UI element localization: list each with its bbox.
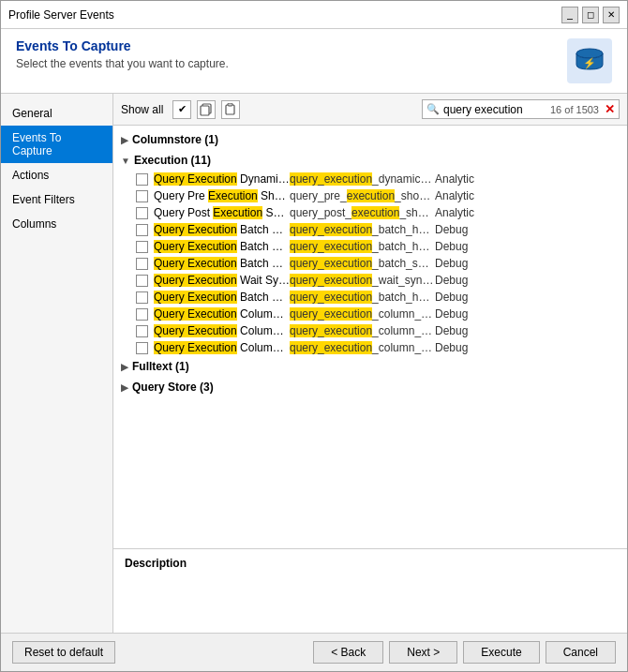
event-checkbox-3[interactable] xyxy=(136,207,148,219)
copy-button[interactable] xyxy=(197,100,216,119)
event-checkbox-2[interactable] xyxy=(136,190,148,202)
event-channel-3: Analytic xyxy=(435,206,491,219)
event-name-4: Query Execution Batch Hash C... xyxy=(154,223,290,236)
event-name-8: Query Execution Batch Hash J... xyxy=(154,291,290,304)
event-name-3: Query Post Execution Showp... xyxy=(154,206,290,219)
event-checkbox-5[interactable] xyxy=(136,241,148,253)
event-checkbox-8[interactable] xyxy=(136,291,148,304)
toolbar: Show all ✔ 🔍 16 of xyxy=(113,94,627,126)
event-name-7: Query Execution Wait Syncpoint xyxy=(154,274,290,287)
chevron-right-icon-fulltext: ▶ xyxy=(121,362,128,372)
chevron-down-icon: ▼ xyxy=(121,156,130,166)
event-channel-1: Analytic xyxy=(435,172,491,186)
group-header-execution[interactable]: ▼ Execution (11) xyxy=(113,150,627,171)
event-checkbox-10[interactable] xyxy=(136,325,148,337)
table-row: Query Pre Execution Showplan query_pre_e… xyxy=(113,187,627,204)
back-button[interactable]: < Back xyxy=(313,641,383,664)
database-svg: ⚡ xyxy=(573,44,606,78)
svg-rect-5 xyxy=(228,103,232,106)
list-spacer xyxy=(113,397,627,435)
paste-button[interactable] xyxy=(221,100,240,119)
header-title: Events To Capture xyxy=(16,38,229,53)
minimize-button[interactable]: ⎯ xyxy=(561,7,578,23)
header-section: Events To Capture Select the events that… xyxy=(1,29,627,94)
event-channel-5: Debug xyxy=(435,240,491,253)
group-header-columnstore[interactable]: ▶ Columnstore (1) xyxy=(113,129,627,150)
event-channel-6: Debug xyxy=(435,257,491,270)
event-channel-7: Debug xyxy=(435,274,491,287)
event-id-9: query_execution_column_stor... xyxy=(290,307,435,321)
event-id-4: query_execution_batch_hash... xyxy=(290,223,435,236)
search-input[interactable] xyxy=(443,103,546,116)
sidebar-item-general[interactable]: General xyxy=(1,101,112,126)
event-channel-9: Debug xyxy=(435,307,491,321)
table-row: Query Execution Batch Hash A... query_ex… xyxy=(113,238,627,255)
search-count: 16 of 1503 xyxy=(550,104,599,115)
title-bar: Profile Server Events ⎯ ◻ ✕ xyxy=(1,1,627,29)
events-list[interactable]: ▶ Columnstore (1) ▼ Execution (11) Query… xyxy=(113,126,627,548)
group-header-querystore[interactable]: ▶ Query Store (3) xyxy=(113,377,627,397)
title-bar-controls: ⎯ ◻ ✕ xyxy=(561,7,620,23)
execute-button[interactable]: Execute xyxy=(463,641,539,664)
sidebar-item-columns[interactable]: Columns xyxy=(1,212,112,236)
event-channel-4: Debug xyxy=(435,223,491,236)
close-button[interactable]: ✕ xyxy=(603,7,620,23)
restore-button[interactable]: ◻ xyxy=(582,7,599,23)
event-id-1: query_execution_dynamic_pu... xyxy=(290,172,435,186)
table-row: Query Execution Dynamic Pus... query_exe… xyxy=(113,171,627,187)
event-checkbox-6[interactable] xyxy=(136,258,148,270)
event-checkbox-11[interactable] xyxy=(136,342,148,354)
header-subtitle: Select the events that you want to captu… xyxy=(16,57,229,70)
group-header-fulltext[interactable]: ▶ Fulltext (1) xyxy=(113,356,627,377)
event-channel-2: Analytic xyxy=(435,189,491,202)
cancel-button[interactable]: Cancel xyxy=(546,641,616,664)
event-checkbox-7[interactable] xyxy=(136,275,148,287)
search-clear-button[interactable]: ✕ xyxy=(605,102,615,116)
event-name-5: Query Execution Batch Hash A... xyxy=(154,240,290,253)
event-id-10: query_execution_column_stor... xyxy=(290,324,435,337)
event-id-5: query_execution_batch_hash... xyxy=(290,240,435,253)
sidebar-item-actions[interactable]: Actions xyxy=(1,163,112,187)
table-row: Query Execution Wait Syncpoint query_exe… xyxy=(113,272,627,289)
event-checkbox-9[interactable] xyxy=(136,308,148,321)
event-id-7: query_execution_wait_syncp... xyxy=(290,274,435,287)
svg-text:⚡: ⚡ xyxy=(583,56,596,69)
sidebar: General Events To Capture Actions Event … xyxy=(1,94,113,633)
show-all-label: Show all xyxy=(121,103,163,116)
next-button[interactable]: Next > xyxy=(389,641,457,664)
bottom-buttons: Reset to default < Back Next > Execute C… xyxy=(1,633,627,671)
reset-button[interactable]: Reset to default xyxy=(12,641,115,664)
sidebar-item-events-to-capture[interactable]: Events To Capture xyxy=(1,126,112,163)
event-id-3: query_post_execution_showp... xyxy=(290,206,435,219)
event-name-2: Query Pre Execution Showplan xyxy=(154,189,290,202)
event-id-6: query_execution_batch_spill_... xyxy=(290,257,435,270)
chevron-right-icon-querystore: ▶ xyxy=(121,382,128,393)
group-label-fulltext: Fulltext (1) xyxy=(132,360,189,373)
search-icon: 🔍 xyxy=(426,103,440,115)
event-checkbox-4[interactable] xyxy=(136,224,148,236)
group-label-execution: Execution (11) xyxy=(134,154,211,167)
description-panel: Description xyxy=(113,548,627,633)
header-text: Events To Capture Select the events that… xyxy=(16,38,229,70)
event-name-9: Query Execution Column Store... xyxy=(154,307,290,321)
check-all-button[interactable]: ✔ xyxy=(172,100,191,119)
event-name-11: Query Execution Column Store... xyxy=(154,341,290,354)
event-id-8: query_execution_batch_hash... xyxy=(290,291,435,304)
event-name-10: Query Execution Column Store... xyxy=(154,324,290,337)
copy-icon xyxy=(200,103,213,116)
chevron-right-icon: ▶ xyxy=(121,135,128,145)
table-row: Query Execution Batch Hash J... query_ex… xyxy=(113,289,627,306)
table-row: Query Execution Column Store... query_ex… xyxy=(113,339,627,356)
table-row: Query Execution Batch Spill St... query_… xyxy=(113,255,627,272)
sidebar-item-event-filters[interactable]: Event Filters xyxy=(1,187,112,212)
right-panel: Show all ✔ 🔍 16 of xyxy=(113,94,627,633)
event-name-6: Query Execution Batch Spill St... xyxy=(154,257,290,270)
window-title: Profile Server Events xyxy=(8,8,114,22)
table-row: Query Post Execution Showp... query_post… xyxy=(113,204,627,221)
table-row: Query Execution Batch Hash C... query_ex… xyxy=(113,221,627,238)
group-label-columnstore: Columnstore (1) xyxy=(132,133,218,146)
group-label-querystore: Query Store (3) xyxy=(132,381,214,394)
event-checkbox-1[interactable] xyxy=(136,173,148,186)
event-channel-11: Debug xyxy=(435,341,491,354)
event-id-2: query_pre_execution_showplan xyxy=(290,189,435,202)
